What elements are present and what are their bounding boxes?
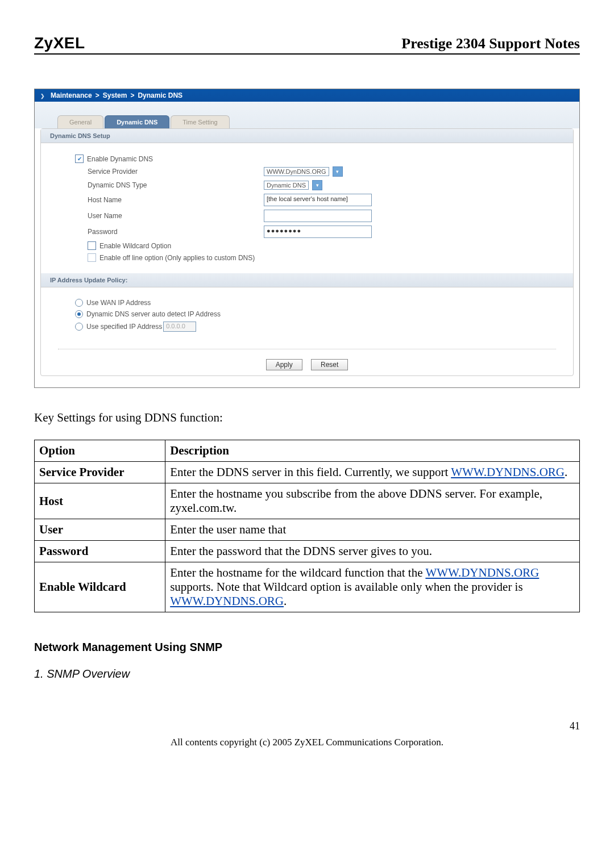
router-config-panel: Maintenance > System > Dynamic DNS Gener… [34,89,580,388]
section-ip-policy: IP Address Update Policy: [41,273,573,287]
breadcrumb-1: Maintenance [51,91,92,99]
link-dyndns[interactable]: WWW.DYNDNS.ORG [170,594,284,608]
doc-title: Prestige 2304 Support Notes [401,35,580,52]
dns-type-value: Dynamic DNS [267,182,306,189]
th-option: Option [35,440,165,462]
auto-detect-label: Dynamic DNS server auto detect IP Addres… [86,310,221,318]
heading-snmp: Network Management Using SNMP [34,641,580,654]
opt-host: Host [39,494,63,508]
user-name-input[interactable] [264,210,372,222]
tab-time-setting[interactable]: Time Setting [171,115,229,128]
dns-type-select[interactable]: Dynamic DNS [264,181,309,190]
tab-general[interactable]: General [57,115,103,128]
host-name-label: Host Name [88,196,264,204]
table-row: Service Provider Enter the DDNS server i… [35,462,580,483]
desc-sp-prefix: Enter the DDNS server in this field. Cur… [170,465,451,479]
offline-label: Enable off line option (Only applies to … [99,254,255,262]
checkbox-enable-ddns[interactable] [75,155,84,163]
options-table: Option Description Service Provider Ente… [34,440,580,612]
table-row: Password Enter the password that the DDN… [35,541,580,562]
user-name-label: User Name [88,212,264,220]
doc-header: ZyXEL Prestige 2304 Support Notes [34,34,580,55]
breadcrumb-3: Dynamic DNS [138,91,182,99]
apply-button[interactable]: Apply [266,359,302,370]
subheading-snmp-overview: 1. SNMP Overview [34,667,580,681]
copyright-footer: All contents copyright (c) 2005 ZyXEL Co… [34,737,580,748]
password-label: Password [88,228,264,236]
logo: ZyXEL [34,34,85,52]
checkbox-offline[interactable] [88,253,96,262]
table-row: Host Enter the hostname you subscribe fr… [35,483,580,519]
page-number: 41 [34,720,580,732]
wildcard-label: Enable Wildcard Option [99,242,171,250]
desc-wc-mid: supports. Note that Wildcard option is a… [170,580,522,594]
th-description: Description [165,440,580,462]
service-provider-value: WWW.DynDNS.ORG [267,168,326,175]
opt-wildcard: Enable Wildcard [39,580,126,594]
chevron-down-icon[interactable]: ▾ [333,166,343,177]
breadcrumb: Maintenance > System > Dynamic DNS [35,89,579,102]
service-provider-select[interactable]: WWW.DynDNS.ORG [264,167,329,176]
breadcrumb-2: System [103,91,127,99]
desc-wc-prefix: Enter the hostname for the wildcard func… [170,566,425,579]
table-row: Enable Wildcard Enter the hostname for t… [35,562,580,612]
enable-ddns-label: Enable Dynamic DNS [87,155,153,163]
opt-user: User [39,523,63,536]
reset-button[interactable]: Reset [311,359,348,370]
tab-dynamic-dns[interactable]: Dynamic DNS [105,115,169,128]
radio-specified-ip[interactable] [75,323,83,331]
radio-use-wan[interactable] [75,299,83,307]
breadcrumb-icon [40,91,47,99]
opt-service-provider: Service Provider [39,465,124,479]
service-provider-label: Service Provider [88,168,264,176]
use-wan-label: Use WAN IP Address [86,299,151,307]
desc-password: Enter the password that the DDNS server … [165,541,580,562]
chevron-down-icon[interactable]: ▾ [312,180,322,190]
dns-type-label: Dynamic DNS Type [88,181,264,189]
desc-sp-suffix: . [565,465,567,479]
password-input[interactable]: ●●●●●●●● [264,226,372,238]
link-dyndns[interactable]: WWW.DYNDNS.ORG [425,566,539,579]
tabs: General Dynamic DNS Time Setting [35,102,579,128]
host-name-input[interactable]: [the local server's host name] [264,194,372,206]
desc-wc-suffix: . [284,594,287,608]
desc-host: Enter the hostname you subscribe from th… [165,483,580,519]
section-ddns-setup: Dynamic DNS Setup [41,129,573,143]
table-row: User Enter the user name that [35,519,580,541]
specified-ip-label: Use specified IP Address [86,323,162,331]
intro-text: Key Settings for using DDNS function: [34,411,580,425]
specified-ip-input[interactable]: 0.0.0.0 [163,322,196,332]
checkbox-wildcard[interactable] [88,241,96,250]
opt-password: Password [39,544,88,558]
link-dyndns[interactable]: WWW.DYNDNS.ORG [451,465,565,479]
radio-auto-detect[interactable] [75,310,83,318]
desc-user: Enter the user name that [165,519,580,541]
